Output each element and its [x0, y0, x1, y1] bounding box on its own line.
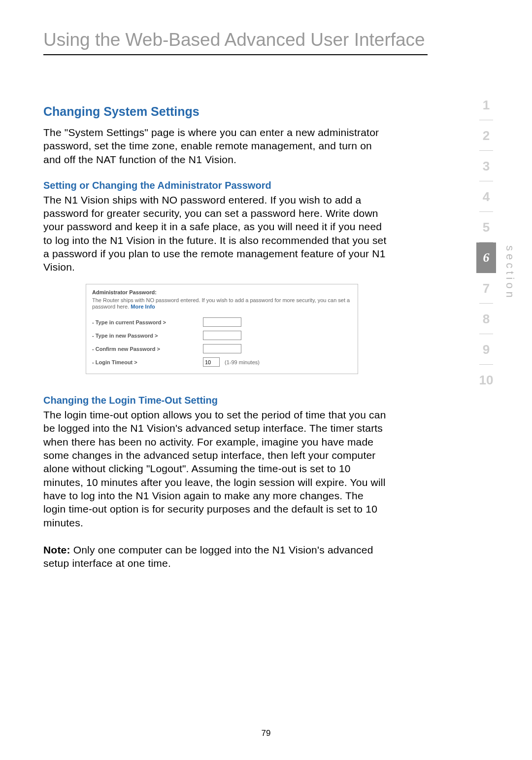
- label-new-password: - Type in new Password >: [92, 333, 203, 339]
- chapter-title: Using the Web-Based Advanced User Interf…: [43, 30, 489, 50]
- row-new-password: - Type in new Password >: [92, 331, 352, 340]
- page-number: 79: [0, 728, 532, 738]
- screenshot-title: Administrator Password:: [92, 289, 352, 295]
- chapter-rule: [43, 54, 428, 55]
- admin-password-screenshot: Administrator Password: The Router ships…: [86, 284, 358, 375]
- more-info-link[interactable]: More Info: [131, 304, 155, 310]
- nav-item-7[interactable]: 7: [476, 273, 496, 304]
- section-nav: 1 2 3 4 5 6 7 8 9 10: [476, 90, 497, 395]
- label-confirm-password: - Confirm new Password >: [92, 346, 203, 352]
- nav-item-2[interactable]: 2: [476, 120, 496, 151]
- row-login-timeout: - Login Timeout > (1-99 minutes): [92, 357, 352, 367]
- row-current-password: - Type in current Password >: [92, 317, 352, 327]
- login-timeout-paragraph: The login time-out option allows you to …: [43, 408, 388, 529]
- input-current-password[interactable]: [203, 317, 241, 327]
- note-text: Only one computer can be logged into the…: [43, 544, 373, 569]
- label-current-password: - Type in current Password >: [92, 319, 203, 325]
- nav-item-1[interactable]: 1: [476, 90, 496, 120]
- row-confirm-password: - Confirm new Password >: [92, 344, 352, 353]
- nav-item-5[interactable]: 5: [476, 212, 496, 242]
- input-login-timeout[interactable]: [203, 357, 220, 367]
- note-label: Note:: [43, 544, 70, 555]
- nav-item-9[interactable]: 9: [476, 334, 496, 365]
- screenshot-description: The Router ships with NO password entere…: [92, 297, 352, 311]
- page-container: Using the Web-Based Advanced User Interf…: [0, 0, 532, 570]
- timeout-suffix: (1-99 minutes): [225, 359, 260, 365]
- admin-password-paragraph: The N1 Vision ships with NO password ent…: [43, 193, 388, 274]
- nav-item-8[interactable]: 8: [476, 304, 496, 334]
- nav-item-10[interactable]: 10: [476, 365, 496, 395]
- section-label-vertical: section: [503, 245, 516, 301]
- input-confirm-password[interactable]: [203, 344, 241, 353]
- input-new-password[interactable]: [203, 331, 241, 340]
- content-column: Changing System Settings The "System Set…: [43, 104, 388, 570]
- nav-item-6-current[interactable]: 6: [476, 242, 496, 273]
- intro-paragraph: The "System Settings" page is where you …: [43, 126, 388, 166]
- subheading-login-timeout: Changing the Login Time-Out Setting: [43, 395, 388, 406]
- label-login-timeout: - Login Timeout >: [92, 359, 203, 365]
- note-paragraph: Note: Only one computer can be logged in…: [43, 543, 388, 570]
- subheading-admin-password: Setting or Changing the Administrator Pa…: [43, 180, 388, 191]
- nav-item-4[interactable]: 4: [476, 181, 496, 212]
- nav-item-3[interactable]: 3: [476, 151, 496, 181]
- section-heading: Changing System Settings: [43, 104, 388, 119]
